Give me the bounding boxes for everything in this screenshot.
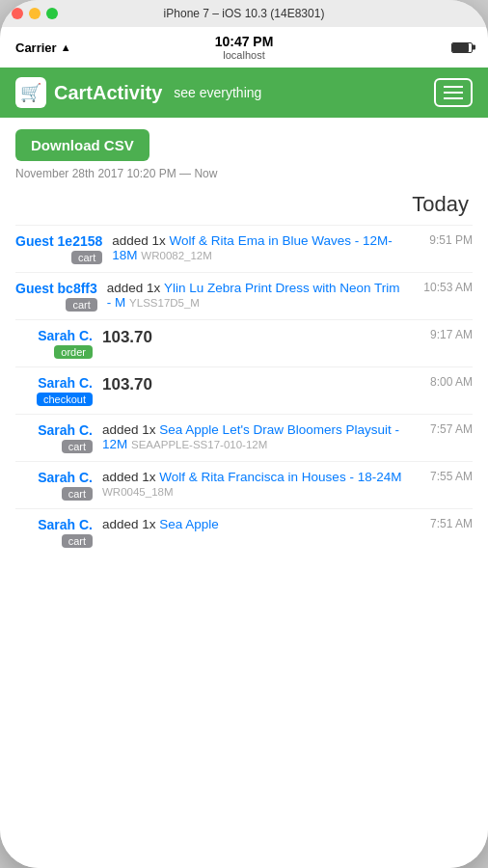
wifi-icon: ▲ [61,41,71,53]
tag-cart: cart [62,440,93,453]
status-bar: Carrier ▲ 10:47 PM localhost [0,27,488,68]
user-name[interactable]: Sarah C. [38,328,93,343]
action-text: added 1x [102,517,159,531]
minimize-dot[interactable] [29,8,41,19]
tag-cart: cart [66,298,96,312]
activity-row: Sarah C. checkout 103.70 8:00 AM [15,366,473,414]
row-user-left: Guest 1e2158 cart [15,233,112,264]
close-dot[interactable] [12,8,23,19]
battery-icon [451,42,473,53]
product-sku: WR0082_12M [141,250,212,261]
user-name[interactable]: Sarah C. [38,422,93,438]
app-icon: 🛒 [15,77,46,108]
product-link[interactable]: Wolf & Rita Francisca in Houses - 18-24M [159,470,401,484]
user-name[interactable]: Guest bc8ff3 [15,281,97,296]
activity-time: 9:17 AM [403,328,473,341]
window-title: iPhone 7 – iOS 10.3 (14E8301) [164,7,325,20]
hamburger-button[interactable] [434,78,473,107]
status-time: 10:47 PM [215,34,274,49]
hamburger-line-1 [444,86,463,88]
row-description: added 1x Wolf & Rita Francisca in Houses… [102,470,403,499]
row-description: added 1x Sea Apple [102,517,403,531]
tag-cart: cart [71,251,102,264]
row-description: 103.70 [102,328,403,347]
status-battery [451,42,473,53]
action-text: added 1x [112,233,169,248]
activity-time: 7:55 AM [403,470,473,483]
order-amount: 103.70 [102,328,152,346]
row-user-left: Sarah C. cart [15,470,102,501]
activity-row: Sarah C. order 103.70 9:17 AM [15,319,473,366]
window-controls [12,8,58,19]
user-name[interactable]: Guest 1e2158 [15,233,102,249]
activity-row: Sarah C. cart added 1x Sea Apple 7:51 AM [15,508,473,556]
row-user-left: Sarah C. checkout [15,375,102,406]
activity-time: 8:00 AM [403,375,473,389]
activity-time: 10:53 AM [403,281,473,294]
activity-time: 7:57 AM [403,422,473,436]
tag-checkout: checkout [37,393,93,406]
content-area: Download CSV November 28th 2017 10:20 PM… [0,118,488,868]
row-description: added 1x Wolf & Rita Ema in Blue Waves -… [112,233,403,262]
row-user-left: Sarah C. cart [15,422,102,453]
checkout-amount: 103.70 [102,375,152,393]
status-carrier: Carrier ▲ [15,41,71,55]
product-sku: WR0045_18M [102,486,174,498]
row-user-left: Sarah C. cart [15,517,102,548]
row-description: added 1x Ylin Lu Zebra Print Dress with … [107,281,403,310]
activity-row: Guest bc8ff3 cart added 1x Ylin Lu Zebra… [15,272,473,319]
activity-row: Guest 1e2158 cart added 1x Wolf & Rita E… [15,225,473,272]
row-user-left: Guest bc8ff3 cart [15,281,107,312]
action-text: added 1x [102,422,159,437]
carrier-label: Carrier [15,41,57,55]
download-csv-button[interactable]: Download CSV [15,129,149,161]
user-name[interactable]: Sarah C. [38,375,93,391]
phone-frame: iPhone 7 – iOS 10.3 (14E8301) Carrier ▲ … [0,0,488,868]
app-icon-emoji: 🛒 [20,82,41,103]
date-range: November 28th 2017 10:20 PM — Now [15,167,473,180]
activity-row: Sarah C. cart added 1x Sea Apple Let's D… [15,414,473,461]
row-description: added 1x Sea Apple Let's Draw Bloomers P… [102,422,403,451]
product-link[interactable]: Sea Apple [159,517,219,531]
hamburger-line-3 [444,97,463,99]
maximize-dot[interactable] [46,8,58,19]
user-name[interactable]: Sarah C. [38,470,93,485]
product-sku: YLSS17D5_M [129,297,200,309]
user-name[interactable]: Sarah C. [38,517,93,532]
hamburger-line-2 [444,92,463,94]
section-today: Today [15,192,473,217]
title-bar: iPhone 7 – iOS 10.3 (14E8301) [0,0,488,27]
tag-cart: cart [62,487,93,501]
row-description: 103.70 [102,375,403,394]
tag-order: order [54,345,93,359]
action-text: added 1x [107,281,164,295]
row-user-left: Sarah C. order [15,328,102,359]
tag-cart: cart [62,534,93,548]
action-text: added 1x [102,470,159,484]
product-sku: SEAAPPLE-SS17-010-12M [131,439,267,450]
app-header: 🛒 CartActivity see everything [0,68,488,118]
app-brand: 🛒 CartActivity see everything [15,77,261,108]
status-url: localhost [223,49,264,61]
activity-row: Sarah C. cart added 1x Wolf & Rita Franc… [15,461,473,508]
app-subtitle: see everything [174,85,261,100]
activity-time: 9:51 PM [403,233,473,247]
activity-time: 7:51 AM [403,517,473,530]
app-title: CartActivity [54,82,162,104]
